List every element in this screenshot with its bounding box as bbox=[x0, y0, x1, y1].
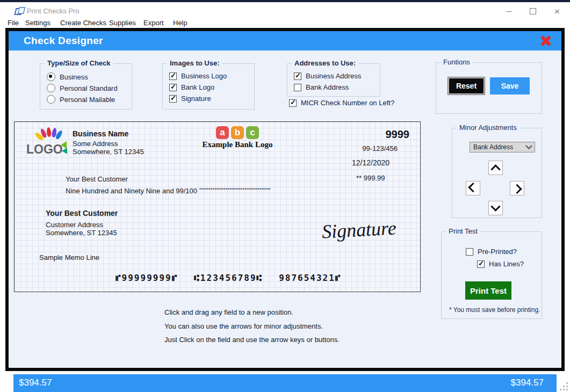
group-print-test: Print Test Pre-Printed? Has Lines? * You… bbox=[441, 231, 542, 319]
nudge-up-button[interactable] bbox=[488, 161, 503, 175]
maximize-button[interactable] bbox=[525, 5, 541, 17]
checkbox-micr-left-control[interactable] bbox=[289, 99, 297, 107]
micr-line-field[interactable]: ⑈99999999⑈ ⑆123456789⑆ 987654321⑈ bbox=[116, 273, 341, 283]
amount-words-field[interactable]: Nine Hundred and Ninety Nine and 99/100 … bbox=[66, 187, 271, 195]
business-address-1: Some Address bbox=[73, 140, 144, 148]
nudge-down-button[interactable] bbox=[488, 201, 503, 215]
app-window: Print Checks Pro × File Settings Create … bbox=[0, 0, 570, 392]
chevron-left-icon bbox=[468, 183, 478, 192]
radio-personal-mailable-label: Personal Mailable bbox=[60, 96, 115, 104]
instruction-line-2: You can also use the arrows for minor ad… bbox=[164, 322, 323, 330]
resize-grip[interactable] bbox=[560, 382, 568, 391]
checkbox-micr-left[interactable]: MICR Check Number on Left? bbox=[289, 99, 394, 107]
check-designer-dialog: Check Designer Type/Size of Check Busine… bbox=[5, 28, 565, 371]
check-number-field[interactable]: 9999 bbox=[386, 128, 410, 141]
business-name-field[interactable]: Business Name Some Address Somewhere, ST… bbox=[73, 129, 144, 156]
customer-address-field[interactable]: Customer Address Somewhere, ST 12345 bbox=[46, 221, 117, 237]
group-type-size: Type/Size of Check Business Personal Sta… bbox=[40, 63, 132, 110]
checkbox-bank-logo-label: Bank Logo bbox=[181, 83, 214, 91]
radio-personal-standard-control[interactable] bbox=[47, 84, 55, 92]
radio-personal-mailable[interactable]: Personal Mailable bbox=[47, 95, 115, 104]
checkbox-bank-logo-control[interactable] bbox=[169, 84, 177, 91]
bank-logo-letter-a: a bbox=[216, 126, 229, 139]
business-logo[interactable]: LOGO bbox=[26, 127, 73, 158]
menu-help[interactable]: Help bbox=[173, 19, 187, 27]
bank-logo-letter-c: c bbox=[246, 126, 259, 139]
title-bar: Print Checks Pro × bbox=[0, 2, 570, 17]
dialog-header: Check Designer bbox=[9, 31, 561, 50]
business-name: Business Name bbox=[73, 129, 144, 138]
group-type-size-title: Type/Size of Check bbox=[45, 59, 113, 67]
menu-bar: File Settings Create Checks Supplies Exp… bbox=[0, 17, 570, 28]
print-test-button[interactable]: Print Test bbox=[465, 281, 511, 300]
group-functions-title: Funtions bbox=[441, 58, 473, 66]
checkbox-signature[interactable]: Signature bbox=[169, 95, 211, 103]
radio-business-control[interactable] bbox=[47, 72, 55, 81]
checkbox-pre-printed-control[interactable] bbox=[466, 248, 473, 256]
checkbox-business-logo[interactable]: Business Logo bbox=[169, 72, 227, 80]
checkbox-business-address[interactable]: Business Address bbox=[294, 72, 361, 80]
signature-field[interactable]: Signature bbox=[321, 216, 397, 243]
radio-business-label: Business bbox=[60, 73, 88, 81]
field-selector-value: Bank Address bbox=[473, 143, 513, 151]
group-addresses: Addresses to Use: Business Address Bank … bbox=[287, 63, 380, 97]
fraction-field[interactable]: 99-123/456 bbox=[362, 144, 398, 153]
menu-file[interactable]: File bbox=[8, 19, 19, 27]
chevron-right-icon bbox=[512, 184, 522, 194]
save-button[interactable]: Save bbox=[490, 77, 530, 95]
checkbox-signature-control[interactable] bbox=[169, 95, 177, 103]
checkbox-bank-address[interactable]: Bank Address bbox=[294, 83, 349, 91]
checkbox-bank-address-control[interactable] bbox=[294, 84, 301, 91]
window-close-button[interactable]: × bbox=[549, 5, 565, 17]
nudge-left-button[interactable] bbox=[466, 181, 480, 195]
checkbox-business-logo-control[interactable] bbox=[169, 72, 177, 80]
date-field[interactable]: 12/12/2020 bbox=[352, 158, 389, 167]
status-amount-right: $394.57 bbox=[511, 378, 544, 388]
customer-address-2: Somewhere, ST 12345 bbox=[46, 229, 117, 237]
payee-field[interactable]: Your Best Customer bbox=[66, 175, 128, 183]
menu-supplies[interactable]: Supplies bbox=[109, 19, 136, 27]
dialog-close-icon[interactable] bbox=[538, 34, 554, 48]
radio-business[interactable]: Business bbox=[47, 72, 88, 81]
amount-field[interactable]: ** 999.99 bbox=[356, 174, 385, 182]
radio-personal-mailable-control[interactable] bbox=[47, 95, 55, 104]
group-print-test-title: Print Test bbox=[446, 227, 480, 235]
field-selector-dropdown[interactable]: Bank Address bbox=[470, 142, 535, 153]
checkbox-micr-left-label: MICR Check Number on Left? bbox=[301, 99, 394, 107]
customer-address-1: Customer Address bbox=[46, 221, 117, 229]
group-images: Images to Use: Business Logo Bank Logo S… bbox=[162, 63, 255, 110]
app-title: Print Checks Pro bbox=[27, 7, 80, 15]
business-logo-text: LOGO bbox=[26, 142, 63, 157]
status-amount-left: $394.57 bbox=[19, 378, 52, 388]
customer-name-field[interactable]: Your Best Customer bbox=[46, 209, 118, 217]
checkbox-pre-printed[interactable]: Pre-Printed? bbox=[466, 248, 517, 256]
menu-create-checks[interactable]: Create Checks bbox=[60, 19, 106, 27]
group-addresses-title: Addresses to Use: bbox=[292, 59, 358, 67]
checkbox-pre-printed-label: Pre-Printed? bbox=[478, 248, 517, 256]
check-preview: LOGO Business Name Some Address Somewher… bbox=[14, 121, 421, 292]
dialog-title: Check Designer bbox=[24, 35, 103, 47]
bank-logo-blocks: a b c bbox=[192, 126, 283, 139]
checkbox-has-lines[interactable]: Has Lines? bbox=[477, 260, 524, 268]
micr-routing-group: ⑆123456789⑆ bbox=[194, 273, 263, 283]
bank-logo-caption: Example Bank Logo bbox=[192, 140, 283, 149]
checkbox-has-lines-control[interactable] bbox=[477, 260, 485, 268]
status-bar: $394.57 $394.57 bbox=[13, 374, 557, 392]
radio-personal-standard[interactable]: Personal Standard bbox=[47, 84, 118, 92]
micr-account-group: ⑈99999999⑈ bbox=[116, 273, 178, 283]
reset-button[interactable]: Reset bbox=[448, 77, 485, 95]
minimize-button[interactable] bbox=[501, 5, 517, 17]
menu-export[interactable]: Export bbox=[143, 19, 164, 27]
micr-check-group: 987654321⑈ bbox=[279, 273, 341, 283]
checkbox-bank-logo[interactable]: Bank Logo bbox=[169, 83, 214, 91]
chevron-down-icon bbox=[525, 142, 532, 149]
bank-logo-letter-b: b bbox=[231, 126, 244, 139]
checkbox-business-address-control[interactable] bbox=[294, 72, 301, 80]
bank-logo-field[interactable]: a b c Example Bank Logo bbox=[192, 126, 283, 149]
radio-personal-standard-label: Personal Standard bbox=[60, 84, 118, 92]
nudge-right-button[interactable] bbox=[510, 181, 524, 195]
business-address-2: Somewhere, ST 12345 bbox=[73, 148, 144, 156]
checkbox-bank-address-label: Bank Address bbox=[306, 83, 349, 91]
memo-field[interactable]: Sample Memo Line bbox=[39, 253, 99, 262]
menu-settings[interactable]: Settings bbox=[25, 19, 50, 27]
